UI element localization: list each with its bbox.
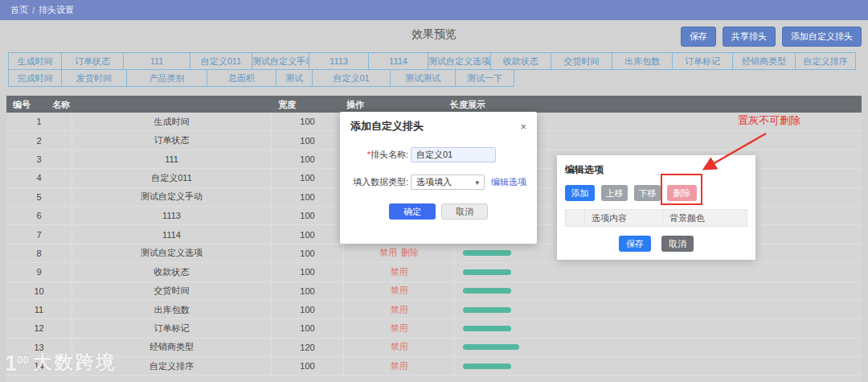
header-tags: 生成时间订单状态111自定义011测试自定义手动11131114测试自定义选项收… bbox=[8, 52, 856, 87]
row-action[interactable]: 禁用 bbox=[379, 247, 397, 259]
header-tag[interactable]: 测试测试 bbox=[390, 69, 456, 87]
length-bar bbox=[463, 326, 511, 331]
cell-name: 订单标记 bbox=[72, 319, 272, 337]
col-header-ops: 操作 bbox=[346, 99, 364, 111]
row-action[interactable]: 禁用 bbox=[391, 322, 408, 335]
breadcrumb-home[interactable]: 首页 bbox=[10, 4, 28, 16]
row-action[interactable]: 禁用 bbox=[391, 266, 408, 278]
annotation-text: 置灰不可删除 bbox=[738, 113, 800, 128]
share-header-button[interactable]: 共享排头 bbox=[723, 27, 776, 47]
cell-length bbox=[455, 282, 862, 300]
cell-name: 经销商类型 bbox=[72, 339, 272, 356]
options-table-header: 选项内容 背景颜色 bbox=[565, 209, 747, 227]
option-move-up-button[interactable]: 上移 bbox=[601, 185, 628, 201]
options-cancel-button[interactable]: 取消 bbox=[661, 236, 694, 252]
cell-length bbox=[455, 301, 862, 318]
header-tag[interactable]: 交货时间 bbox=[551, 52, 612, 70]
cell-no: 3 bbox=[6, 150, 72, 168]
header-tag[interactable]: 经销商类型 bbox=[732, 52, 796, 70]
modal-title: 添加自定义排头 bbox=[350, 119, 424, 133]
table-header: 编号 名称 宽度 操作 长度展示 bbox=[6, 96, 862, 113]
cell-no: 1 bbox=[6, 113, 72, 130]
cancel-button[interactable]: 取消 bbox=[441, 203, 488, 220]
row-action[interactable]: 禁用 bbox=[391, 285, 408, 297]
header-tag[interactable]: 1114 bbox=[368, 52, 428, 70]
header-tag[interactable]: 自定义011 bbox=[190, 52, 252, 70]
header-tag[interactable]: 1113 bbox=[309, 52, 369, 70]
cell-no: 6 bbox=[6, 207, 72, 224]
header-tag[interactable]: 产品类别 bbox=[126, 69, 207, 87]
cell-width: 100 bbox=[272, 319, 344, 337]
col-header-length: 长度展示 bbox=[450, 99, 485, 111]
table-row-partial bbox=[6, 376, 862, 382]
add-custom-header-button[interactable]: 添加自定义排头 bbox=[782, 27, 862, 47]
cell-ops: 禁用 bbox=[344, 357, 455, 375]
options-select-column bbox=[566, 210, 584, 226]
length-bar bbox=[463, 288, 511, 294]
data-type-select[interactable]: 选项填入 ▾ bbox=[411, 175, 485, 190]
cell-ops: 禁用 bbox=[344, 339, 455, 356]
title-bar: 效果预览 保存 共享排头 添加自定义排头 bbox=[0, 20, 868, 49]
header-tag[interactable]: 出库包数 bbox=[612, 52, 673, 70]
header-tag[interactable]: 测试 bbox=[276, 69, 313, 87]
table-row: 14自定义排序100禁用 bbox=[6, 357, 862, 376]
header-tag[interactable]: 测试自定义手动 bbox=[252, 52, 309, 70]
length-bar bbox=[463, 364, 511, 369]
cell-name: 自定义011 bbox=[72, 169, 272, 187]
header-tag[interactable]: 111 bbox=[123, 52, 190, 70]
length-bar bbox=[463, 269, 511, 275]
data-type-selected-value: 选项填入 bbox=[416, 176, 452, 188]
close-icon[interactable]: × bbox=[520, 121, 526, 132]
confirm-button[interactable]: 确定 bbox=[389, 203, 436, 220]
cell-width: 100 bbox=[272, 301, 344, 318]
header-tag[interactable]: 总面积 bbox=[207, 69, 276, 87]
table-row: 9收款状态100禁用 bbox=[6, 263, 862, 281]
header-tag[interactable]: 测试自定义选项 bbox=[428, 52, 491, 70]
option-add-button[interactable]: 添加 bbox=[565, 185, 595, 201]
header-tag[interactable]: 订单状态 bbox=[61, 52, 124, 70]
toolbar: 保存 共享排头 添加自定义排头 bbox=[681, 27, 862, 47]
table-row: 11出库包数100禁用 bbox=[6, 301, 862, 319]
header-tag[interactable]: 自定义排序 bbox=[795, 52, 856, 70]
header-tag[interactable]: 发货时间 bbox=[61, 69, 127, 87]
cell-width: 100 bbox=[272, 225, 344, 243]
header-tag[interactable]: 测试一下 bbox=[455, 69, 514, 87]
cell-length bbox=[455, 339, 862, 356]
header-tag[interactable]: 订单标记 bbox=[672, 52, 733, 70]
length-bar bbox=[463, 344, 519, 350]
header-tag[interactable]: 收款状态 bbox=[490, 52, 551, 70]
cell-ops: 禁用删除 bbox=[344, 244, 455, 262]
cell-ops: 禁用 bbox=[344, 319, 455, 337]
options-bg-color-header: 背景颜色 bbox=[662, 210, 747, 226]
option-move-down-button[interactable]: 下移 bbox=[634, 185, 661, 201]
row-action[interactable]: 禁用 bbox=[391, 341, 408, 353]
breadcrumb-separator: / bbox=[32, 6, 35, 15]
option-delete-button-disabled: 删除 bbox=[667, 185, 697, 201]
row-action[interactable]: 禁用 bbox=[391, 304, 408, 316]
table-row: 10交货时间100禁用 bbox=[6, 282, 862, 301]
cell-length bbox=[455, 319, 862, 337]
cell-width: 100 bbox=[272, 188, 344, 206]
cell-name: 111 bbox=[72, 150, 272, 168]
cell-no: 12 bbox=[6, 319, 72, 337]
header-name-input[interactable] bbox=[411, 147, 496, 162]
header-tag[interactable]: 完成时间 bbox=[8, 69, 62, 87]
save-button[interactable]: 保存 bbox=[681, 27, 716, 47]
cell-width: 120 bbox=[272, 339, 344, 356]
row-action[interactable]: 禁用 bbox=[391, 360, 408, 372]
row-action[interactable]: 删除 bbox=[401, 247, 419, 259]
col-header-no: 编号 bbox=[13, 99, 31, 111]
cell-ops: 禁用 bbox=[344, 301, 455, 318]
options-save-button[interactable]: 保存 bbox=[619, 236, 651, 252]
header-tag[interactable]: 生成时间 bbox=[8, 52, 62, 70]
cell-width: 100 bbox=[272, 150, 344, 168]
table-row: 12订单标记100禁用 bbox=[6, 319, 862, 338]
cell-no: 2 bbox=[6, 131, 72, 149]
cell-ops: 禁用 bbox=[344, 263, 455, 281]
edit-options-link[interactable]: 编辑选项 bbox=[491, 176, 526, 188]
chevron-down-icon: ▾ bbox=[475, 179, 479, 187]
cell-no: 4 bbox=[6, 169, 72, 187]
name-field-label: *排头名称: bbox=[350, 149, 408, 161]
header-tag[interactable]: 自定义01 bbox=[312, 69, 391, 87]
edit-options-title: 编辑选项 bbox=[565, 163, 747, 177]
